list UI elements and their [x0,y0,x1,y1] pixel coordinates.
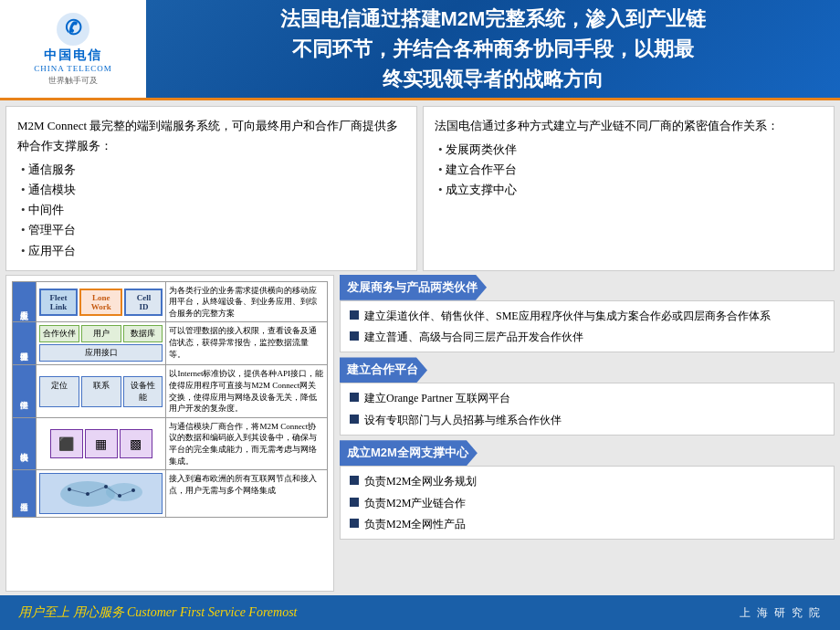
svg-text:✆: ✆ [65,16,82,39]
page-title: 法国电信通过搭建M2M完整系统，渗入到产业链 不同环节，并结合各种商务协同手段，… [280,4,707,94]
table-row: 提供管理服务 合作伙伴 用户 数据库 应用接口 可以管理数据的接入权限，查看设 [13,322,328,365]
logo-icon: ✆ [55,11,91,47]
section-content-support: 负责M2M全网业务规划 负责M2M产业链合作 负责M2M全网性产品 [340,466,835,540]
section-header-support: 成立M2M全网支撑中心 [340,440,478,466]
bullet-row: 负责M2M产业链合作 [350,494,824,512]
protocol-icon-2: ▦ [85,429,118,458]
bullet-square [350,476,359,485]
list-item: 中间件 [21,200,405,220]
bullet-text: 建立Orange Partner 互联网平台 [364,389,510,407]
header-title-area: 法国电信通过搭建M2M完整系统，渗入到产业链 不同环节，并结合各种商务协同手段，… [146,0,840,98]
partner-box: 合作伙伴 [39,325,79,342]
protocol-icons: ⬛ ▦ ▩ [39,429,163,458]
list-item: 应用平台 [21,241,405,261]
mgmt-boxes: 合作伙伴 用户 数据库 应用接口 [39,325,163,362]
section-content-platform: 建立Orange Partner 互联网平台 设有专职部门与人员招募与维系合作伙… [340,383,835,436]
mgmt-boxes-cell: 合作伙伴 用户 数据库 应用接口 [37,322,166,365]
lone-work-box: Lone Work [79,289,122,316]
apps-desc: 为各类行业的业务需求提供横向的移动应用平台，从终端设备、到业务应用、到综合服务的… [166,281,328,322]
middleware-cell: 定位 联系 设备性能 [37,365,166,417]
bottom-section: 业务应用系统 Fleet Link Lone Work [0,275,840,595]
bullet-row: 建立Orange Partner 互联网平台 [350,389,824,407]
svg-point-4 [106,483,142,501]
table-row: 提供中间件 定位 联系 设备性能 以Internet标准协议，提供各种API接口… [13,365,328,417]
bullet-square [350,498,359,507]
protocol-icon-3: ▩ [120,429,152,458]
bullet-text: 负责M2M全网性产品 [364,515,466,533]
left-list: 通信服务 通信模块 中间件 管理平台 应用平台 [17,160,405,260]
section-header-partners: 发展商务与产品两类伙伴 [340,275,487,300]
middleware-boxes: 定位 联系 设备性能 [39,376,163,407]
logo-area: ✆ 中国电信 CHINA TELECOM 世界触手可及 [0,0,146,98]
row-label-comm: 通信服务 [13,470,37,518]
app-boxes-cell: Fleet Link Lone Work Cell ID [37,281,166,322]
list-item: 成立支撑中心 [438,180,823,200]
bullet-square [350,519,359,528]
right-section: 发展商务与产品两类伙伴 建立渠道伙伴、销售伙伴、SME应用程序伙伴与集成方案合作… [340,275,835,592]
protocol-desc: 与通信模块厂商合作，将M2M Connect协议的数据和编码嵌入到其设备中，确保… [166,417,328,469]
bullet-text: 负责M2M产业链合作 [364,494,466,512]
protocol-icon-1: ⬛ [50,429,83,458]
bullet-row: 建立普通、高级与合同三层产品开发合作伙伴 [350,328,824,346]
bullet-square [350,393,359,402]
footer-right: 上 海 研 究 院 [740,605,822,621]
bullet-row: 建立渠道伙伴、销售伙伴、SME应用程序伙伴与集成方案合作必或四层商务合作体系 [350,307,824,325]
comm-cell [37,470,166,518]
database-box: 数据库 [123,325,163,342]
row-label-mgmt: 提供管理服务 [13,322,37,365]
left-info-box: M2M Connect 最完整的端到端服务系统，可向最终用户和合作厂商提供多种合… [5,106,417,271]
location-box: 定位 [39,376,79,407]
device-cap-box: 设备性能 [123,376,163,407]
footer-left: 用户至上 用心服务 Customer First Service Foremos… [18,604,298,621]
comm-map [39,473,163,514]
app-boxes-row: Fleet Link Lone Work Cell ID [39,289,163,316]
list-item: 发展两类伙伴 [438,140,823,160]
bullet-square [350,310,359,320]
section-header-platform: 建立合作平台 [340,357,427,383]
bullet-text: 负责M2M全网业务规划 [364,472,477,490]
table-row: 业务应用系统 Fleet Link Lone Work [13,281,328,322]
list-item: 通信服务 [21,160,405,180]
china-telecom-logo: ✆ [55,11,91,47]
europe-map-svg [42,476,161,512]
list-item: 通信模块 [21,180,405,200]
cell-id-box: Cell ID [124,289,163,316]
app-interface-box: 应用接口 [39,344,163,362]
contact-box: 联系 [81,376,121,407]
table-row: 通信服务 [13,470,328,518]
bullet-row: 负责M2M全网性产品 [350,515,824,533]
header: ✆ 中国电信 CHINA TELECOM 世界触手可及 法国电信通过搭建M2M完… [0,0,840,100]
bullet-row: 负责M2M全网业务规划 [350,472,824,490]
section-support-center: 成立M2M全网支撑中心 负责M2M全网业务规划 负责M2M产业链合作 负责M2M… [340,440,835,540]
bullet-text: 建立普通、高级与合同三层产品开发合作伙伴 [364,328,583,346]
left-intro-text: M2M Connect 最完整的端到端服务系统，可向最终用户和合作厂商提供多种合… [17,116,405,156]
bullet-square [350,331,359,341]
right-intro-text: 法国电信通过多种方式建立与产业链不同厂商的紧密值合作关系： [435,116,823,136]
section-platform: 建立合作平台 建立Orange Partner 互联网平台 设有专职部门与人员招… [340,357,835,436]
section-partners: 发展商务与产品两类伙伴 建立渠道伙伴、销售伙伴、SME应用程序伙伴与集成方案合作… [340,275,835,353]
row-label-protocol: 协议内嵌模块 [13,417,37,469]
diagram-area: 业务应用系统 Fleet Link Lone Work [5,275,334,592]
list-item: 管理平台 [21,220,405,240]
main-content: M2M Connect 最完整的端到端服务系统，可向最终用户和合作厂商提供多种合… [0,100,840,595]
footer: 用户至上 用心服务 Customer First Service Foremos… [0,595,840,630]
list-item: 建立合作平台 [438,160,823,180]
middleware-desc: 以Internet标准协议，提供各种API接口，能使得应用程序可直接与M2M C… [166,365,328,417]
bullet-row: 设有专职部门与人员招募与维系合作伙伴 [350,411,824,429]
company-name-cn: 中国电信 [44,47,102,64]
protocol-cell: ⬛ ▦ ▩ [37,417,166,469]
company-name-en: CHINA TELECOM [34,64,112,73]
bullet-text: 设有专职部门与人员招募与维系合作伙伴 [364,411,562,429]
user-box: 用户 [81,325,121,342]
diagram-table: 业务应用系统 Fleet Link Lone Work [12,281,328,519]
section-content-partners: 建立渠道伙伴、销售伙伴、SME应用程序伙伴与集成方案合作必或四层商务合作体系 建… [340,300,835,353]
row-label-apps: 业务应用系统 [13,281,37,322]
bullet-square [350,415,359,424]
right-list: 发展两类伙伴 建立合作平台 成立支撑中心 [435,140,823,200]
bullet-text: 建立渠道伙伴、销售伙伴、SME应用程序伙伴与集成方案合作必或四层商务合作体系 [364,307,771,325]
company-tagline: 世界触手可及 [48,75,98,87]
fleet-link-box: Fleet Link [39,289,78,316]
comm-desc: 接入到遍布欧洲的所有互联网节点和接入点，用户无需与多个网络集成 [166,470,328,518]
right-info-box: 法国电信通过多种方式建立与产业链不同厂商的紧密值合作关系： 发展两类伙伴 建立合… [423,106,835,271]
mgmt-desc: 可以管理数据的接入权限，查看设备及通信状态，获得异常报告，监控数据流量等。 [166,322,328,365]
